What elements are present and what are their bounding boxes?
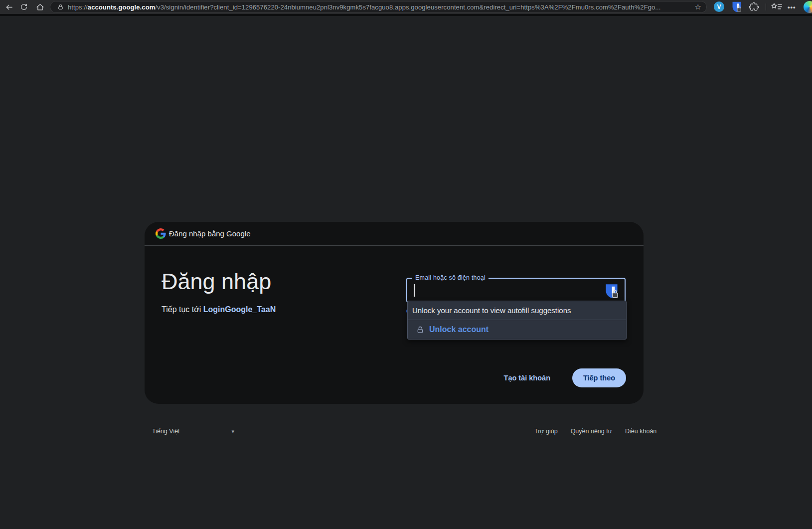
- home-button[interactable]: [34, 1, 46, 13]
- language-label: Tiếng Việt: [152, 428, 180, 435]
- bitwarden-autofill-button[interactable]: [605, 284, 619, 299]
- next-button[interactable]: Tiếp theo: [572, 368, 626, 387]
- text-caret: [414, 284, 415, 297]
- bookmark-star-icon[interactable]: ☆: [695, 2, 701, 11]
- refresh-icon: [20, 3, 28, 11]
- extension-v-icon: V: [717, 3, 721, 10]
- page-background: Đăng nhập bằng Google Đăng nhập Tiếp tục…: [0, 16, 812, 529]
- subtitle-prefix: Tiếp tục tới: [162, 305, 203, 314]
- url-text: https://accounts.google.com/v3/signin/id…: [68, 3, 691, 11]
- extensions-menu-button[interactable]: [749, 1, 760, 12]
- google-logo-icon: [156, 228, 166, 239]
- password-shield-icon: [731, 1, 742, 12]
- card-title: Đăng nhập bằng Google: [169, 229, 250, 238]
- back-icon: [5, 3, 13, 11]
- bitwarden-shield-icon: [605, 284, 619, 299]
- favorites-star-list-icon: [771, 1, 783, 12]
- site-lock-button[interactable]: [57, 3, 64, 10]
- card-header-divider: [145, 245, 644, 246]
- footer-link-terms[interactable]: Điều khoản: [625, 428, 656, 435]
- unlock-account-label: Unlock account: [429, 325, 488, 334]
- subtitle: Tiếp tục tới LoginGoogle_TaaN: [162, 305, 276, 314]
- chevron-down-icon: ▾: [231, 428, 234, 435]
- extensions-puzzle-icon: [749, 1, 759, 11]
- browser-toolbar: https://accounts.google.com/v3/signin/id…: [0, 0, 812, 14]
- email-field-container: Email hoặc số điện thoại: [406, 278, 626, 303]
- more-icon: •••: [788, 3, 796, 11]
- language-selector[interactable]: Tiếng Việt ▾: [152, 428, 234, 435]
- favorites-button[interactable]: [771, 1, 783, 12]
- lock-icon: [57, 3, 64, 10]
- footer-links: Trợ giúp Quyền riêng tư Điều khoản: [534, 428, 656, 435]
- home-icon: [36, 3, 44, 11]
- autofill-message: Unlock your account to view autofill sug…: [408, 301, 626, 320]
- card-header: Đăng nhập bằng Google: [145, 222, 644, 245]
- footer-link-help[interactable]: Trợ giúp: [534, 428, 558, 435]
- extension-v-button[interactable]: V: [714, 1, 724, 12]
- browser-menu-button[interactable]: •••: [788, 0, 796, 14]
- address-bar[interactable]: https://accounts.google.com/v3/signin/id…: [50, 1, 707, 13]
- url-domain: accounts.google.com: [88, 3, 156, 11]
- password-manager-extension-button[interactable]: [731, 1, 742, 12]
- unlock-icon: [416, 326, 424, 334]
- unlock-account-item[interactable]: Unlock account: [408, 320, 626, 339]
- page-title: Đăng nhập: [162, 269, 271, 295]
- refresh-button[interactable]: [18, 1, 30, 13]
- toolbar-separator: [766, 3, 766, 10]
- card-actions: Tạo tài khoản Tiếp theo: [501, 368, 626, 387]
- browser-window: https://accounts.google.com/v3/signin/id…: [0, 0, 812, 529]
- subtitle-app-name: LoginGoogle_TaaN: [203, 305, 276, 314]
- footer-link-privacy[interactable]: Quyền riêng tư: [571, 428, 612, 435]
- create-account-button[interactable]: Tạo tài khoản: [501, 370, 553, 386]
- url-path: /v3/signin/identifier?client_id=12965762…: [155, 3, 660, 11]
- autofill-dropdown: Unlock your account to view autofill sug…: [407, 301, 627, 340]
- url-scheme: https://: [68, 3, 88, 11]
- email-input[interactable]: [407, 279, 625, 302]
- back-button[interactable]: [3, 1, 15, 13]
- copilot-icon[interactable]: [804, 1, 812, 13]
